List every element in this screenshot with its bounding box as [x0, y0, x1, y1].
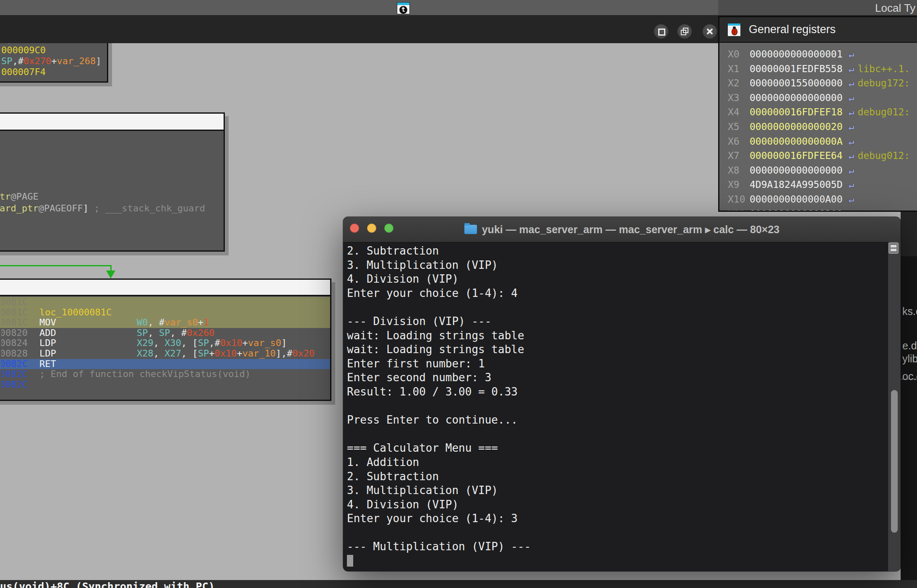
terminal-scrollbar-thumb[interactable] [891, 390, 898, 533]
terminal-lines: 2. Subtraction3. Multiplication (VIP)4. … [347, 244, 531, 568]
tab-icon-letter: t [399, 6, 407, 14]
terminal-line: Press Enter to continue... [347, 413, 531, 427]
graph-node-a[interactable]: 0, X5000009C0SP,#0x270+var_268]000007F4 [0, 43, 108, 83]
terminal-window[interactable]: yuki — mac_server_arm — mac_server_arm ▸… [343, 217, 901, 571]
terminal-line: 3. Multiplication (VIP) [347, 484, 531, 498]
module-name-fragment: ks.d [902, 305, 917, 317]
graph-edge-green [0, 265, 112, 266]
terminal-line: 4. Division (VIP) [347, 498, 531, 512]
close-button[interactable] [703, 24, 717, 39]
register-row[interactable]: X6000000000000000A↵ [719, 134, 917, 149]
asm-row[interactable]: 000820ADDSP, SP, #0x260 [0, 328, 330, 338]
terminal-line: Result: 1.00 / 3.00 = 0.33 [347, 385, 531, 399]
terminal-line: 2. Subtraction [347, 470, 531, 484]
t-document-tab-icon[interactable]: t [397, 2, 410, 14]
terminal-line: 1. Addition [347, 455, 531, 470]
folder-icon [464, 225, 477, 234]
return-arrow-icon: ↵ [849, 121, 854, 132]
return-arrow-icon: ↵ [849, 107, 854, 117]
graph-status-bar: us(void)+8C (Synchronized with PC) [0, 580, 917, 588]
graph-edge-green-stub [110, 265, 112, 271]
register-row[interactable]: X80000000000000000↵ [719, 163, 917, 178]
node-c-header[interactable] [0, 280, 330, 296]
register-row[interactable]: X30000000000000000↵ [719, 91, 917, 105]
terminal-line [347, 300, 531, 315]
asm-line[interactable]: tr@PAGE [0, 191, 224, 203]
terminal-line: Enter first number: 1 [347, 357, 531, 371]
asm-line[interactable]: 000009C0 [1, 45, 107, 56]
terminal-line [347, 399, 531, 414]
node-b-body: tr@PAGEard_ptr@PAGEOFF] ; ___stack_chk_g… [0, 131, 224, 214]
return-arrow-icon: ↵ [849, 208, 854, 212]
graph-node-b[interactable]: tr@PAGEard_ptr@PAGEOFF] ; ___stack_chk_g… [0, 112, 225, 252]
node-b-header[interactable] [0, 114, 224, 131]
terminal-titlebar[interactable]: yuki — mac_server_arm — mac_server_arm ▸… [343, 217, 901, 242]
register-row[interactable]: X50000000000000020↵ [719, 120, 917, 134]
node-a-body: 0, X5000009C0SP,#0x270+var_268]000007F4 [1, 43, 107, 78]
module-name-fragment: ylib [902, 353, 917, 365]
register-row[interactable]: X100000001FEDFB558↵libc++.1. [719, 62, 917, 76]
registers-title: General registers [749, 23, 836, 36]
graph-edge-arrowhead-icon [106, 271, 115, 278]
asm-line[interactable]: 000007F4 [1, 67, 107, 78]
terminal-body[interactable]: 2. Subtraction3. Multiplication (VIP)4. … [343, 242, 901, 571]
module-name-fragment: e.dy [902, 340, 917, 352]
registers-list: X00000000000000001↵X100000001FEDFB558↵li… [719, 43, 917, 212]
return-arrow-icon: ↵ [849, 165, 854, 176]
terminal-line: 3. Multiplication (VIP) [347, 258, 531, 273]
tab-local-types[interactable]: Local Ty [875, 2, 915, 15]
terminal-line: Enter second number: 3 [347, 371, 531, 385]
terminal-line: --- Division (VIP) --- [347, 315, 531, 329]
status-text: us(void)+8C (Synchronized with PC) [0, 580, 215, 588]
asm-row[interactable]: 000824LDPX29, X30, [SP,#0x10+var_s0] [0, 338, 330, 349]
terminal-line: wait: Loading strings table [347, 329, 531, 343]
maximize-button[interactable] [654, 24, 668, 39]
register-row[interactable]: X4000000016FDFEF18↵debug012: [719, 105, 917, 120]
return-arrow-icon: ↵ [849, 92, 854, 103]
asm-row[interactable]: 00081CMOVW0, #var_s0+1 [0, 317, 330, 328]
return-arrow-icon: ↵ [849, 150, 854, 161]
terminal-line: wait: Loading strings table [347, 343, 531, 357]
terminal-line [347, 526, 531, 540]
asm-row[interactable]: 00081C [0, 297, 330, 307]
terminal-line: === Calculator Menu === [347, 441, 531, 455]
debug-bug-icon [728, 23, 740, 36]
general-registers-window: General registers X00000000000000001↵X10… [718, 16, 917, 212]
return-arrow-icon: ↵ [849, 179, 854, 190]
asm-row[interactable]: 00081Cloc_10000081C [0, 307, 330, 318]
top-tab-bar: t Local Ty [0, 0, 917, 15]
register-row[interactable]: X100000000000000A00↵ [719, 192, 917, 207]
tab-icon-stripe [397, 3, 409, 5]
terminal-line: Enter your choice (1-4): 3 [347, 512, 531, 526]
asm-line[interactable]: ard_ptr@PAGEOFF] ; ___stack_chk_guard [0, 203, 224, 214]
terminal-line [347, 427, 531, 442]
register-row[interactable]: X94D9A1824A995005D↵ [719, 177, 917, 192]
register-row[interactable]: X00000000000000001↵ [719, 47, 917, 62]
registers-header[interactable]: General registers [719, 17, 917, 43]
register-row[interactable]: X20000000155000000↵debug172: [719, 76, 917, 91]
module-name-fragment: oc.d [902, 370, 917, 382]
terminal-title: yuki — mac_server_arm — mac_server_arm ▸… [343, 217, 901, 242]
return-arrow-icon: ↵ [849, 194, 854, 205]
return-arrow-icon: ↵ [849, 49, 854, 60]
terminal-settings-icon[interactable] [888, 242, 899, 254]
terminal-cursor [347, 555, 353, 567]
graph-node-c[interactable]: 00081C00081Cloc_10000081C00081CMOVW0, #v… [0, 278, 331, 401]
restore-button[interactable] [677, 24, 692, 39]
register-row[interactable]: X110000000000008200↵ [719, 207, 917, 212]
asm-row[interactable]: 000828LDPX28, X27, [SP+0x10+var_10],#0x2… [0, 349, 330, 359]
terminal-line: 4. Division (VIP) [347, 272, 531, 286]
asm-row[interactable]: 00082C [0, 380, 330, 390]
terminal-line: Enter your choice (1-4): 4 [347, 286, 531, 301]
modules-panel: ks.de.dyyliboc.d [901, 212, 917, 580]
register-row[interactable]: X7000000016FDFEE64↵debug012: [719, 148, 917, 163]
return-arrow-icon: ↵ [849, 136, 854, 147]
terminal-line: --- Multiplication (VIP) --- [347, 540, 531, 554]
return-arrow-icon: ↵ [849, 63, 854, 74]
asm-row[interactable]: 00082C; End of function checkVipStatus(v… [0, 369, 330, 380]
screen: t Local Ty 0, X5000009C0SP,#0x270+var_26… [0, 0, 917, 588]
maximize-icon [658, 29, 665, 36]
asm-row[interactable]: 00082CRET [0, 359, 330, 369]
return-arrow-icon: ↵ [849, 78, 854, 88]
asm-line[interactable]: SP,#0x270+var_268] [1, 56, 107, 67]
